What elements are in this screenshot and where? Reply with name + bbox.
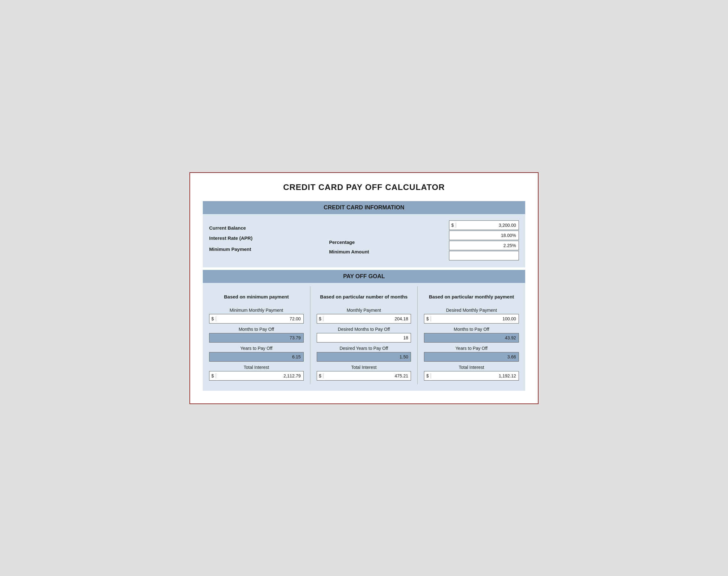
col3-field2-value: 43.92 [424,335,519,340]
goal-col-3: Based on particular monthly payment Desi… [418,286,525,384]
col2-field3-box: 1.50 [317,352,411,362]
col1-dollar-4: $ [209,373,216,378]
current-balance-value: 3,200.00 [456,223,519,228]
minimum-amount-label: Minimum Amount [329,247,449,257]
interest-rate-label: Interest Rate (APR) [209,233,329,243]
col3-dollar-4: $ [424,373,431,378]
info-section-body: Current Balance Interest Rate (APR) Mini… [203,214,525,267]
calculator-wrapper: CREDIT CARD PAY OFF CALCULATOR CREDIT CA… [190,172,538,404]
col2-field2-value: 18 [317,335,411,340]
col1-field3-label: Years to Pay Off [209,346,304,351]
min-payment-pct-value: 2.25% [449,243,519,248]
goal-columns: Based on minimum payment Minimum Monthly… [203,286,525,384]
col2-field1-box[interactable]: $ 204.18 [317,314,411,323]
col3-dollar-1: $ [424,316,431,321]
pay-off-goal-header: PAY OFF GOAL [203,270,525,283]
pay-off-goal-section: PAY OFF GOAL Based on minimum payment Mi… [203,270,525,391]
col2-dollar-1: $ [317,316,324,321]
info-labels-col: Current Balance Interest Rate (APR) Mini… [209,221,329,257]
col3-field3-value: 3.66 [424,354,519,359]
col3-title: Based on particular monthly payment [424,289,519,305]
col2-field4-box: $ 475.21 [317,371,411,381]
goal-col-2: Based on particular number of months Mon… [310,286,418,384]
interest-rate-input[interactable]: 18.00% [449,231,519,240]
col3-field3-box: 3.66 [424,352,519,362]
col2-field3-label: Desired Years to Pay Off [317,346,411,351]
col1-field3-value: 6.15 [209,354,303,359]
goal-body: Based on minimum payment Minimum Monthly… [203,283,525,391]
goal-col-1: Based on minimum payment Minimum Monthly… [203,286,310,384]
col1-field4-box: $ 2,112.79 [209,371,304,381]
min-amount-input[interactable] [449,251,519,260]
col3-field3-label: Years to Pay Off [424,346,519,351]
credit-card-info-header: CREDIT CARD INFORMATION [203,201,525,214]
col1-dollar-1: $ [209,316,216,321]
col2-field1-label: Monthly Payment [317,308,411,313]
min-payment-pct-input[interactable]: 2.25% [449,241,519,250]
col1-field4-label: Total Interest [209,365,304,370]
col1-field3-box: 6.15 [209,352,304,362]
col2-field2-box[interactable]: 18 [317,333,411,343]
col2-field4-value: 475.21 [324,373,411,378]
info-inputs-col: $ 3,200.00 18.00% 2.25% [449,221,519,261]
col2-field4-label: Total Interest [317,365,411,370]
minimum-payment-label: Minimum Payment [209,244,329,255]
main-title: CREDIT CARD PAY OFF CALCULATOR [203,182,525,192]
col3-field2-label: Months to Pay Off [424,327,519,332]
info-middle-col: Percentage Minimum Amount [329,221,449,257]
col2-field1-value: 204.18 [324,316,411,321]
col1-field1-value: 72.00 [216,316,303,321]
current-balance-label: Current Balance [209,223,329,233]
col1-field2-label: Months to Pay Off [209,327,304,332]
col2-dollar-4: $ [317,373,324,378]
col1-field1-label: Minimum Monthly Payment [209,308,304,313]
col1-title: Based on minimum payment [209,289,304,305]
col1-field2-value: 73.79 [209,335,303,340]
col3-field1-box[interactable]: $ 100.00 [424,314,519,323]
credit-card-info-section: CREDIT CARD INFORMATION Current Balance … [203,201,525,267]
col2-title: Based on particular number of months [317,289,411,305]
dollar-sign-1: $ [449,223,456,228]
col3-field4-box: $ 1,192.12 [424,371,519,381]
col2-field2-label: Desired Months to Pay Off [317,327,411,332]
col3-field1-value: 100.00 [431,316,519,321]
info-grid: Current Balance Interest Rate (APR) Mini… [209,221,519,261]
interest-rate-value: 18.00% [449,233,519,238]
col3-field4-value: 1,192.12 [431,373,519,378]
col1-field4-value: 2,112.79 [216,373,303,378]
col1-field1-box[interactable]: $ 72.00 [209,314,304,323]
col3-field2-box: 43.92 [424,333,519,343]
col1-field2-box: 73.79 [209,333,304,343]
col2-field3-value: 1.50 [317,354,411,359]
percentage-label: Percentage [329,237,449,247]
col3-field1-label: Desired Monthly Payment [424,308,519,313]
col3-field4-label: Total Interest [424,365,519,370]
current-balance-input[interactable]: $ 3,200.00 [449,221,519,230]
